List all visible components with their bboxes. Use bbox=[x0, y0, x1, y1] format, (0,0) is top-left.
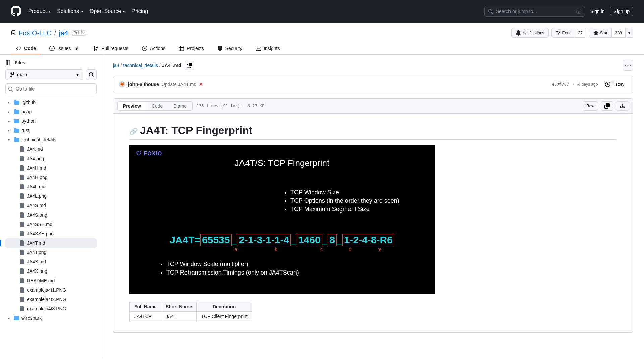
download-button[interactable] bbox=[616, 101, 629, 111]
issues-count: 9 bbox=[73, 46, 80, 51]
tab-code[interactable]: Code bbox=[11, 43, 41, 54]
permalink-icon[interactable]: 🔗 bbox=[129, 128, 138, 135]
star-count[interactable]: 388 bbox=[612, 28, 626, 38]
search-icon bbox=[89, 72, 94, 77]
tree-file-JA4S.md[interactable]: JA4S.md bbox=[5, 201, 97, 210]
history-button[interactable]: History bbox=[602, 80, 628, 89]
fork-button[interactable]: Fork bbox=[551, 28, 575, 38]
notifications-button[interactable]: Notifications bbox=[511, 28, 548, 38]
sidebar-collapse-icon[interactable] bbox=[5, 60, 11, 65]
tree-file-exampleja4t3.PNG[interactable]: exampleja4t3.PNG bbox=[5, 304, 97, 313]
tree-dir-technical_details[interactable]: ▾technical_details bbox=[5, 135, 97, 144]
latest-commit-bar: 🦊 john-althouse Update JA4T.md ✕ e50f787… bbox=[113, 76, 633, 93]
tree-dir-wireshark[interactable]: ▸wireshark bbox=[5, 313, 97, 323]
kebab-icon bbox=[625, 63, 631, 68]
tree-file-JA4X.png[interactable]: JA4X.png bbox=[5, 266, 97, 276]
ci-fail-icon[interactable]: ✕ bbox=[199, 82, 203, 87]
copy-button[interactable] bbox=[601, 101, 613, 111]
code-icon bbox=[16, 46, 21, 51]
author-avatar[interactable]: 🦊 bbox=[119, 81, 125, 88]
chevron-icon: ▸ bbox=[8, 129, 12, 132]
diagram-bullet: TCP Retransmission Timings (only on JA4T… bbox=[166, 268, 428, 277]
raw-button[interactable]: Raw bbox=[583, 101, 598, 111]
tree-file-JA4X.md[interactable]: JA4X.md bbox=[5, 257, 97, 266]
star-button[interactable]: Star bbox=[589, 28, 612, 38]
crumb-dir[interactable]: technical_details bbox=[123, 63, 158, 68]
table-row: JA4TCP JA4T TCP Client Fingerprint bbox=[130, 311, 252, 321]
diagram-title: JA4T/S: TCP Fingerprint bbox=[136, 158, 428, 168]
tree-dir-rust[interactable]: ▸rust bbox=[5, 126, 97, 135]
nav-opensource[interactable]: Open Source bbox=[90, 8, 125, 14]
file-filter-input[interactable] bbox=[5, 83, 97, 94]
sign-up-button[interactable]: Sign up bbox=[610, 7, 633, 16]
tree-file-JA4.png[interactable]: JA4.png bbox=[5, 154, 97, 163]
tab-security[interactable]: Security bbox=[212, 43, 248, 54]
tab-issues[interactable]: Issues9 bbox=[44, 43, 85, 54]
tree-file-JA4T.png[interactable]: JA4T.png bbox=[5, 248, 97, 257]
tree-file-JA4L.md[interactable]: JA4L.md bbox=[5, 182, 97, 191]
chevron-icon: ▸ bbox=[8, 110, 12, 114]
tab-actions[interactable]: Actions bbox=[137, 43, 171, 54]
nav-product[interactable]: Product bbox=[28, 8, 50, 14]
copy-path-button[interactable] bbox=[185, 61, 194, 70]
branch-icon bbox=[10, 72, 15, 77]
fork-count[interactable]: 37 bbox=[575, 28, 586, 38]
commit-message[interactable]: Update JA4T.md bbox=[162, 82, 197, 87]
tree-file-README.md[interactable]: README.md bbox=[5, 276, 97, 285]
global-search[interactable]: Search or jump to... / bbox=[484, 6, 585, 17]
tab-projects[interactable]: Projects bbox=[173, 43, 209, 54]
commit-date: 4 days ago bbox=[578, 82, 598, 87]
tree-file-JA4SSH.md[interactable]: JA4SSH.md bbox=[5, 220, 97, 229]
tree-file-exampleja4t2.PNG[interactable]: exampleja4t2.PNG bbox=[5, 295, 97, 304]
file-info: 133 lines (91 loc) · 6.27 KB bbox=[197, 104, 264, 108]
tree-dir-python[interactable]: ▸python bbox=[5, 116, 97, 126]
th-fullname: Full Name bbox=[130, 302, 161, 311]
tree-dir-.github[interactable]: ▸.github bbox=[5, 98, 97, 107]
tree-file-JA4H.md[interactable]: JA4H.md bbox=[5, 163, 97, 173]
copy-icon bbox=[604, 103, 610, 109]
more-options-button[interactable] bbox=[623, 60, 633, 71]
nav-pricing[interactable]: Pricing bbox=[131, 8, 148, 14]
search-shortcut: / bbox=[576, 9, 581, 14]
commit-hash[interactable]: e50f787 bbox=[552, 82, 569, 87]
search-icon bbox=[8, 86, 13, 92]
repo-link[interactable]: ja4 bbox=[59, 29, 68, 37]
chevron-icon: ▸ bbox=[8, 316, 12, 320]
sign-in-link[interactable]: Sign in bbox=[590, 9, 605, 14]
tree-dir-pcap[interactable]: ▸pcap bbox=[5, 107, 97, 116]
tab-pulls[interactable]: Pull requests bbox=[88, 43, 134, 54]
search-placeholder: Search or jump to... bbox=[496, 9, 537, 14]
diagram-bullet: TCP Maximum Segment Size bbox=[290, 205, 428, 214]
tab-insights[interactable]: Insights bbox=[250, 43, 285, 54]
author-name[interactable]: john-althouse bbox=[128, 82, 159, 87]
github-logo[interactable] bbox=[11, 6, 21, 17]
nav-solutions[interactable]: Solutions bbox=[57, 8, 83, 14]
fingerprint-line: JA4T=65535_2-1-3-1-1-4_1460_8_1-2-4-8-R6 bbox=[136, 234, 428, 246]
names-table: Full Name Short Name Decription JA4TCP J… bbox=[129, 302, 252, 321]
star-icon bbox=[593, 30, 599, 36]
breadcrumb: ja4/ technical_details/ JA4T.md bbox=[113, 63, 181, 68]
file-tree-sidebar: Files main ▾ ▸.github▸pcap▸python▸rust▾t… bbox=[0, 55, 102, 359]
code-tab[interactable]: Code bbox=[146, 102, 168, 110]
file-toolbar: Preview Code Blame 133 lines (91 loc) · … bbox=[113, 98, 633, 114]
fork-icon bbox=[556, 30, 561, 36]
blame-tab[interactable]: Blame bbox=[168, 102, 192, 110]
files-heading: Files bbox=[15, 60, 25, 65]
bell-icon bbox=[516, 30, 521, 36]
tree-search-button[interactable] bbox=[86, 69, 97, 80]
owner-link[interactable]: FoxIO-LLC bbox=[19, 29, 52, 37]
chevron-icon: ▸ bbox=[8, 119, 12, 123]
diagram-bullet: TCP Window Size bbox=[290, 188, 428, 197]
branch-select[interactable]: main ▾ bbox=[5, 69, 83, 80]
crumb-root[interactable]: ja4 bbox=[113, 63, 119, 68]
tree-file-JA4L.png[interactable]: JA4L.png bbox=[5, 191, 97, 201]
tree-file-JA4.md[interactable]: JA4.md bbox=[5, 144, 97, 154]
tree-file-JA4SSH.png[interactable]: JA4SSH.png bbox=[5, 229, 97, 238]
tree-file-JA4T.md[interactable]: JA4T.md bbox=[5, 238, 97, 248]
tree-file-JA4S.png[interactable]: JA4S.png bbox=[5, 210, 97, 220]
preview-tab[interactable]: Preview bbox=[118, 102, 146, 110]
tree-file-JA4H.png[interactable]: JA4H.png bbox=[5, 173, 97, 182]
star-menu-button[interactable]: ▾ bbox=[626, 28, 633, 38]
chevron-down-icon: ▾ bbox=[76, 72, 79, 77]
tree-file-exampleja4t1.PNG[interactable]: exampleja4t1.PNG bbox=[5, 285, 97, 295]
